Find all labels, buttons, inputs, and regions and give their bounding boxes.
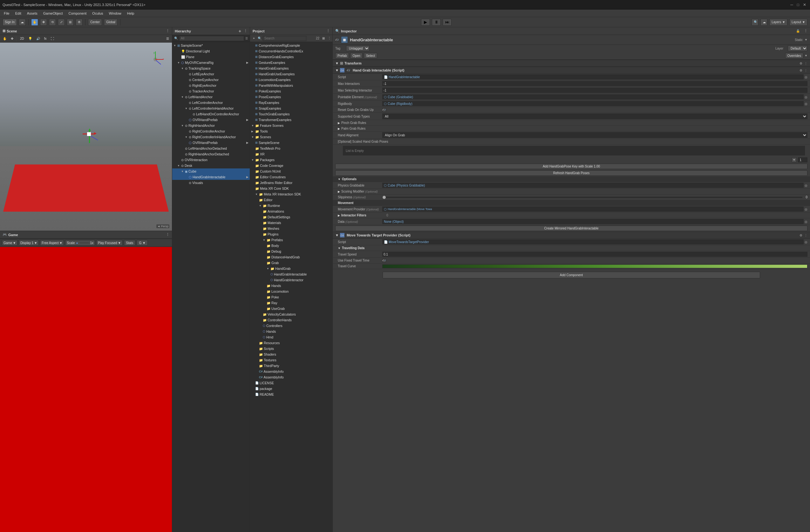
- move-scene-btn[interactable]: ✥: [9, 36, 15, 42]
- travel-speed-input[interactable]: [382, 252, 808, 257]
- proj-scripts[interactable]: 📁 Scripts: [250, 346, 333, 352]
- project-view-btn[interactable]: ⊞: [321, 36, 326, 41]
- proj-distancehandgrab[interactable]: 📁 DistanceHandGrab: [250, 254, 333, 260]
- proj-locomotion[interactable]: ⊞ LocomotionExamples: [250, 77, 333, 83]
- proj-assemblyinfo[interactable]: C# AssemblyInfo: [250, 369, 333, 374]
- grab-types-dropdown[interactable]: All: [382, 113, 808, 119]
- proj-panelmanip[interactable]: ⊞ PanelWithManipulators: [250, 83, 333, 88]
- data-pick-icon[interactable]: ◎: [805, 220, 808, 223]
- reset-grab-checkbox[interactable]: ✓: [382, 108, 386, 112]
- menu-oculus[interactable]: Oculus: [90, 11, 106, 16]
- proj-handgrab-folder[interactable]: ▼ 📁 HandGrab: [250, 266, 333, 271]
- proj-hmd[interactable]: ⬡ Hmd: [250, 334, 333, 340]
- script-ref[interactable]: 📄 HandGrabInteractable: [382, 74, 804, 79]
- aspect-dropdown[interactable]: Free Aspect ▼: [40, 240, 64, 246]
- palm-grab-field[interactable]: ▶ Palm Grab Rules: [333, 126, 810, 132]
- tree-ovrinteraction[interactable]: ⊙ OVRInteraction: [172, 157, 250, 163]
- rotate-tool[interactable]: ⟲: [49, 19, 56, 26]
- tree-leftcontrolleranchor[interactable]: ⊙ LeftControllerAnchor: [172, 100, 250, 106]
- inspector-lock-btn[interactable]: 🔓: [794, 28, 801, 34]
- maximize-btn[interactable]: □: [797, 2, 799, 7]
- transform-component-header[interactable]: ▼ ⊞ Transform ⚙ ⋮: [333, 60, 810, 67]
- object-active-checkbox[interactable]: ✓: [335, 38, 339, 42]
- overrides-btn[interactable]: Overrides: [785, 53, 803, 59]
- proj-textures[interactable]: 📁 Textures: [250, 357, 333, 363]
- rect-tool[interactable]: ⊞: [67, 19, 74, 26]
- tree-righteyeanchor[interactable]: ⊙ RightEyeAnchor: [172, 83, 250, 88]
- hierarchy-create-icon[interactable]: ☰: [245, 37, 248, 40]
- project-search-input[interactable]: [263, 36, 306, 41]
- optionals-header[interactable]: ▼ Optionals: [333, 176, 810, 182]
- tree-lefthandanchordetached[interactable]: ⊙ LeftHandAnchorDetached: [172, 146, 250, 151]
- tree-myovrcamerarig[interactable]: ▼ ⬡ MyOVRCameraRig ▶: [172, 60, 250, 65]
- interactor-filters-header[interactable]: ▶ Interactor Filters 0: [333, 213, 810, 218]
- proj-ray-folder[interactable]: 📁 Ray: [250, 300, 333, 306]
- proj-samplescene[interactable]: ⊞ SampleScene: [250, 140, 333, 146]
- rigidbody-ref[interactable]: ⬡ Cube (Rigidbody): [382, 101, 804, 106]
- static-dropdown-icon[interactable]: ▼: [805, 38, 808, 41]
- rigidbody-pick-icon[interactable]: ◎: [805, 102, 808, 106]
- transform-tool[interactable]: ⟰: [76, 19, 83, 26]
- proj-shaders[interactable]: 📁 Shaders: [250, 352, 333, 357]
- menu-component[interactable]: Component: [66, 11, 89, 16]
- proj-oculus-interaction[interactable]: C# AssemblyInfo: [250, 374, 333, 380]
- scale-slider[interactable]: Scale ● 1x: [65, 240, 95, 246]
- data-ref[interactable]: None (Object): [382, 219, 804, 224]
- physics-grabbable-ref[interactable]: ⬡ Cube (Physics Grabbable): [382, 183, 804, 188]
- tree-cube[interactable]: ▼ ◼ HandGrabInteractable Cube: [172, 168, 250, 174]
- proj-poke-folder[interactable]: 📁 Poke: [250, 294, 333, 300]
- proj-gesture[interactable]: ⊞ GestureExamples: [250, 60, 333, 65]
- create-mirrored-btn[interactable]: Create Mirrored HandGrabInteractable: [335, 226, 808, 231]
- proj-customnunit[interactable]: 📁 Custom NUnit: [250, 168, 333, 174]
- close-btn[interactable]: ✕: [803, 2, 806, 7]
- proj-thirdparty[interactable]: 📁 ThirdParty: [250, 363, 333, 369]
- transform-settings-icon[interactable]: ⚙: [799, 62, 803, 65]
- search-toolbar-btn[interactable]: 🔍: [751, 19, 759, 26]
- open-btn[interactable]: Open: [350, 53, 362, 59]
- project-options-icon[interactable]: ⋮: [328, 36, 331, 41]
- proj-package[interactable]: 📄 package: [250, 386, 333, 391]
- tree-centereyeanchor[interactable]: ⊙ CenterEyeAnchor: [172, 77, 250, 83]
- proj-hands-prefab[interactable]: ⬡ Hands: [250, 328, 333, 334]
- project-add-btn[interactable]: +: [252, 36, 256, 41]
- proj-editorcoroutines[interactable]: 📁 Editor Coroutines: [250, 174, 333, 180]
- handgrab-more-icon[interactable]: ⋮: [804, 69, 808, 72]
- minimize-btn[interactable]: ─: [790, 2, 793, 7]
- display-dropdown[interactable]: Display 1 ▼: [19, 240, 39, 246]
- proj-xr[interactable]: 📁 XR: [250, 151, 333, 157]
- proj-loco[interactable]: 📁 Locomotion: [250, 289, 333, 294]
- proj-handgrabinteractable[interactable]: ⬡ HandGrabInteractable: [250, 271, 333, 277]
- tree-lefteyeanchor[interactable]: ⊙ LeftEyeAnchor: [172, 71, 250, 77]
- proj-transformer[interactable]: ⊞ TransformerExamples: [250, 117, 333, 123]
- tree-samplescene[interactable]: ▼ ⊞ SampleScene*: [172, 43, 250, 48]
- move-towards-script-ref[interactable]: 📄 MoveTowardsTargetProvider: [382, 239, 804, 244]
- proj-packages[interactable]: ▼ 📁 Packages: [250, 157, 333, 163]
- use-fixed-travel-checkbox[interactable]: ✓: [382, 259, 386, 262]
- move-towards-component-header[interactable]: ▼ C# Move Towards Target Provider (Scrip…: [333, 232, 810, 239]
- tag-dropdown[interactable]: Untagged: [346, 46, 370, 51]
- tree-plane[interactable]: ⬜ Plane: [172, 54, 250, 60]
- cloud-icon-btn[interactable]: ☁: [760, 19, 767, 26]
- tree-leftcontrollerinhandanchor[interactable]: ▼ ⊙ LeftControllerInHandAnchor: [172, 106, 250, 111]
- proj-concurrent[interactable]: ⊞ ConcurrentHandsControllerEx: [250, 48, 333, 54]
- tree-ovrhandprefab-left[interactable]: ⬡ OVRHandPrefab ▶: [172, 117, 250, 123]
- proj-handgrab[interactable]: ⊞ HandGrabExamples: [250, 65, 333, 71]
- proj-poke[interactable]: ⊞ PokeExamples: [250, 88, 333, 94]
- physics-pick-icon[interactable]: ◎: [805, 184, 808, 187]
- proj-touchgrab[interactable]: ⊞ TouchGrabExamples: [250, 111, 333, 117]
- travelling-data-header[interactable]: ▼ Travelling Data: [333, 245, 810, 251]
- proj-metaxrinteraction[interactable]: ▼ 📁 Meta XR Interaction SDK: [250, 191, 333, 197]
- inspector-menu-icon[interactable]: ⋮: [804, 29, 808, 33]
- tree-handgrabinteractable[interactable]: ⬡ HandGrabInteractable ▶: [172, 174, 250, 180]
- proj-resources[interactable]: 📁 Resources: [250, 340, 333, 346]
- proj-materials[interactable]: 📁 Materials: [250, 220, 333, 226]
- proj-codecoverage[interactable]: 📁 Code Coverage: [250, 163, 333, 168]
- play-focused-dropdown[interactable]: Play Focused ▼: [96, 240, 123, 246]
- travel-curve-gradient[interactable]: [382, 264, 808, 268]
- proj-plugins[interactable]: 📁 Plugins: [250, 231, 333, 237]
- proj-defaultsettings[interactable]: 📁 DefaultSettings: [250, 214, 333, 220]
- tree-trackeranchor[interactable]: ⊙ TrackerAnchor: [172, 88, 250, 94]
- proj-scenes[interactable]: ▼ 📁 Scenes: [250, 134, 333, 140]
- select-btn[interactable]: Select: [364, 53, 377, 59]
- hand-alignment-dropdown[interactable]: Align On Grab: [382, 132, 808, 138]
